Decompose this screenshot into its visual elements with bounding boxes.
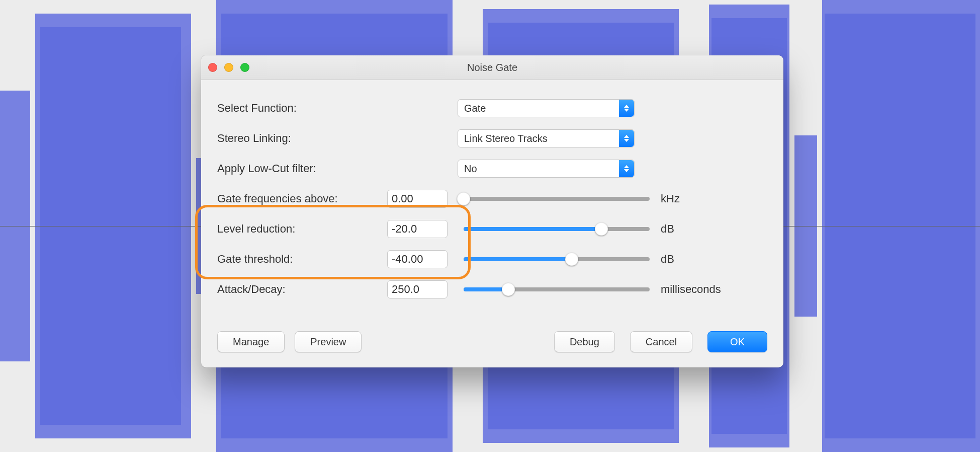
chevron-up-down-icon <box>619 100 634 117</box>
dialog-titlebar: Noise Gate <box>201 55 783 80</box>
row-level-reduction: Level reduction: dB <box>217 216 767 242</box>
cancel-button[interactable]: Cancel <box>630 331 692 352</box>
row-gate-freq: Gate frequencies above: kHz <box>217 186 767 212</box>
row-lowcut: Apply Low-Cut filter: No <box>217 156 767 182</box>
level-reduction-slider[interactable] <box>464 227 650 231</box>
select-function-value: Gate <box>464 103 486 114</box>
gate-threshold-slider[interactable] <box>464 257 650 261</box>
stereo-linking-label: Stereo Linking: <box>217 132 387 145</box>
chevron-up-down-icon <box>619 160 634 177</box>
noise-gate-dialog: Noise Gate Select Function: Gate Stereo … <box>201 55 783 367</box>
attack-decay-unit: milliseconds <box>661 283 721 296</box>
zoom-icon[interactable] <box>240 63 249 72</box>
lowcut-label: Apply Low-Cut filter: <box>217 162 387 175</box>
select-function-dropdown[interactable]: Gate <box>458 99 635 117</box>
minimize-icon[interactable] <box>224 63 233 72</box>
manage-button[interactable]: Manage <box>217 331 285 352</box>
dialog-footer: Manage Preview Debug Cancel OK <box>201 331 783 352</box>
close-icon[interactable] <box>208 63 217 72</box>
gate-threshold-input[interactable] <box>387 250 448 268</box>
gate-freq-slider[interactable] <box>464 197 650 201</box>
window-traffic-lights <box>208 55 249 80</box>
lowcut-value: No <box>464 163 477 175</box>
gate-freq-label: Gate frequencies above: <box>217 192 387 205</box>
dialog-title: Noise Gate <box>467 62 517 73</box>
gate-threshold-label: Gate threshold: <box>217 253 387 266</box>
level-reduction-label: Level reduction: <box>217 222 387 236</box>
level-reduction-input[interactable] <box>387 220 448 238</box>
row-gate-threshold: Gate threshold: dB <box>217 246 767 272</box>
preview-button[interactable]: Preview <box>295 331 362 352</box>
lowcut-dropdown[interactable]: No <box>458 160 635 178</box>
chevron-up-down-icon <box>619 130 634 147</box>
attack-decay-slider[interactable] <box>464 287 650 291</box>
gate-freq-input[interactable] <box>387 190 448 208</box>
gate-threshold-unit: dB <box>661 253 674 266</box>
attack-decay-input[interactable] <box>387 280 448 298</box>
attack-decay-label: Attack/Decay: <box>217 283 387 296</box>
stereo-linking-value: Link Stereo Tracks <box>464 133 548 144</box>
row-stereo-linking: Stereo Linking: Link Stereo Tracks <box>217 125 767 152</box>
ok-button[interactable]: OK <box>707 331 767 352</box>
gate-freq-unit: kHz <box>661 192 680 205</box>
row-select-function: Select Function: Gate <box>217 95 767 121</box>
row-attack-decay: Attack/Decay: milliseconds <box>217 276 767 303</box>
select-function-label: Select Function: <box>217 102 387 115</box>
stereo-linking-dropdown[interactable]: Link Stereo Tracks <box>458 129 635 147</box>
level-reduction-unit: dB <box>661 222 674 236</box>
debug-button[interactable]: Debug <box>554 331 615 352</box>
